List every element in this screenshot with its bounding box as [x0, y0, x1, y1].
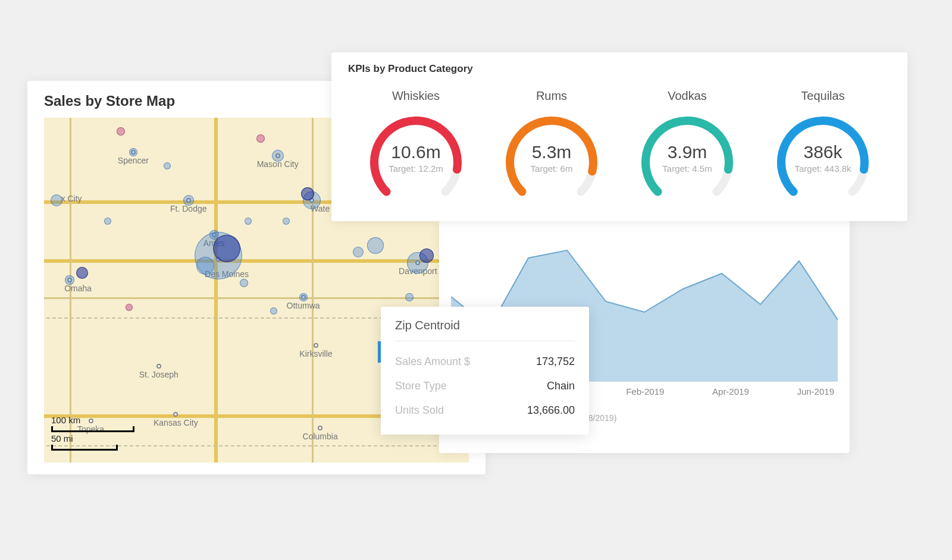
store-bubble[interactable]	[126, 304, 133, 311]
gauge-target: Target: 12.2m	[362, 163, 469, 174]
map-tooltip: Zip Centroid Sales Amount $ 173,752 Stor…	[381, 307, 589, 435]
gauge: 10.6mTarget: 12.2m	[362, 109, 469, 198]
gauge: 5.3mTarget: 6m	[498, 109, 605, 198]
store-bubble[interactable]	[117, 127, 125, 136]
store-bubble[interactable]	[240, 279, 248, 287]
kpi-name: Rums	[486, 89, 617, 103]
tooltip-value: Chain	[547, 380, 575, 392]
kpi-name: Tequilas	[757, 89, 888, 103]
tooltip-label: Sales Amount $	[395, 355, 470, 368]
kpi-row: Whiskies10.6mTarget: 12.2mRums5.3mTarget…	[348, 89, 891, 198]
store-bubble[interactable]	[256, 134, 265, 143]
tooltip-value: 13,666.00	[527, 404, 575, 417]
store-bubble[interactable]	[183, 195, 194, 206]
tooltip-label: Store Type	[395, 380, 447, 392]
tooltip-accent	[378, 341, 381, 363]
store-bubble[interactable]	[76, 267, 88, 279]
scale-mi: 50 mi	[51, 433, 134, 443]
tooltip-row: Sales Amount $ 173,752	[395, 350, 575, 374]
store-bubble[interactable]	[419, 248, 434, 263]
store-bubble[interactable]	[272, 150, 284, 162]
tooltip-title: Zip Centroid	[395, 319, 575, 341]
store-bubble[interactable]	[213, 235, 240, 262]
store-bubble[interactable]	[353, 247, 364, 257]
x-tick: Jun-2019	[797, 386, 834, 397]
map-scale: 100 km 50 mi	[51, 415, 134, 451]
store-bubble[interactable]	[270, 307, 277, 314]
x-tick: Apr-2019	[712, 386, 749, 397]
kpi-item-whiskies[interactable]: Whiskies10.6mTarget: 12.2m	[350, 89, 481, 198]
x-tick: Feb-2019	[626, 386, 664, 397]
gauge-value: 3.9m	[634, 142, 741, 162]
kpi-name: Vodkas	[622, 89, 753, 103]
gauge-value: 10.6m	[362, 142, 469, 162]
kpi-item-rums[interactable]: Rums5.3mTarget: 6m	[486, 89, 617, 198]
gauge-value: 386k	[769, 142, 876, 162]
tooltip-label: Units Sold	[395, 404, 444, 417]
store-bubble[interactable]	[51, 194, 62, 206]
store-bubble[interactable]	[283, 218, 290, 225]
gauge-target: Target: 443.8k	[769, 163, 876, 174]
gauge-target: Target: 4.5m	[634, 163, 741, 174]
gauge: 386kTarget: 443.8k	[769, 109, 876, 198]
store-bubble[interactable]	[164, 162, 171, 169]
store-bubble[interactable]	[104, 218, 111, 225]
tooltip-value: 173,752	[536, 355, 575, 368]
store-bubble[interactable]	[299, 293, 308, 301]
store-bubble[interactable]	[367, 237, 384, 254]
gauge-value: 5.3m	[498, 142, 605, 162]
tooltip-row: Units Sold 13,666.00	[395, 398, 575, 423]
gauge-target: Target: 6m	[498, 163, 605, 174]
kpi-item-vodkas[interactable]: Vodkas3.9mTarget: 4.5m	[622, 89, 753, 198]
store-bubble[interactable]	[301, 187, 314, 200]
kpi-title: KPIs by Product Category	[348, 63, 891, 75]
store-bubble[interactable]	[65, 275, 74, 285]
store-bubble[interactable]	[405, 293, 414, 301]
store-bubble[interactable]	[129, 148, 137, 156]
kpi-card: KPIs by Product Category Whiskies10.6mTa…	[331, 52, 907, 221]
tooltip-row: Store Type Chain	[395, 374, 575, 398]
kpi-name: Whiskies	[350, 89, 481, 103]
scale-km: 100 km	[51, 415, 134, 425]
store-bubble[interactable]	[209, 230, 219, 240]
gauge: 3.9mTarget: 4.5m	[634, 109, 741, 198]
store-bubble[interactable]	[196, 257, 214, 275]
store-bubble[interactable]	[245, 218, 252, 225]
kpi-item-tequilas[interactable]: Tequilas386kTarget: 443.8k	[757, 89, 888, 198]
